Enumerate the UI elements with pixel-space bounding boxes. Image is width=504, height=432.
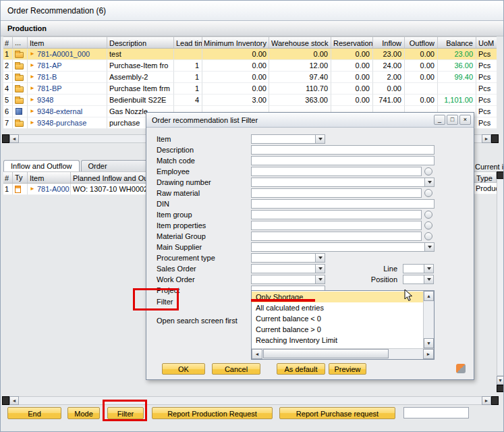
din-field[interactable]	[251, 199, 435, 209]
end-button[interactable]: End	[7, 407, 61, 419]
preview-button[interactable]: Preview	[329, 363, 366, 375]
material-group-field[interactable]	[251, 232, 422, 241]
column-header[interactable]: Lead time	[174, 37, 202, 48]
combo-arrow-icon[interactable]	[315, 135, 325, 143]
link-arrow-icon[interactable]: ►	[30, 85, 35, 91]
column-header[interactable]: Item	[28, 172, 71, 183]
filter-option[interactable]: Current balance < 0	[252, 313, 423, 324]
link-arrow-icon[interactable]: ►	[30, 119, 35, 126]
combo-arrow-icon[interactable]	[424, 178, 434, 186]
sales-order-field[interactable]	[251, 264, 325, 273]
scroll-track[interactable]	[262, 349, 423, 359]
ok-button[interactable]: OK	[162, 363, 205, 375]
item-code[interactable]: 781-AP	[37, 61, 62, 70]
splitter-handle[interactable]	[2, 396, 9, 405]
close-icon[interactable]: ×	[459, 115, 471, 125]
tab-inflow-and-outflow[interactable]: Inflow and Outflow	[3, 160, 80, 171]
mode-button[interactable]: Mode	[67, 407, 100, 419]
combo-arrow-icon[interactable]	[315, 265, 325, 273]
splitter-handle[interactable]	[497, 171, 504, 179]
detail-hscrollbar[interactable]: ◄ ►	[2, 396, 499, 405]
item-code[interactable]: 781-B	[37, 73, 57, 81]
footer-input[interactable]	[403, 407, 469, 418]
link-arrow-icon[interactable]: ►	[30, 97, 35, 103]
dropdown-hscrollbar[interactable]: ◄ ►	[252, 348, 434, 359]
choose-from-list-icon[interactable]	[424, 211, 432, 219]
combo-arrow-icon[interactable]	[424, 275, 433, 284]
report-purchase-request-button[interactable]: Report Purchase request	[279, 407, 395, 419]
column-header[interactable]: Description	[107, 37, 174, 48]
scroll-down-icon[interactable]: ▼	[497, 376, 504, 385]
scroll-track[interactable]	[19, 396, 482, 405]
scroll-right-icon[interactable]: ►	[482, 134, 491, 143]
splitter-handle[interactable]	[2, 134, 9, 143]
as-default-button[interactable]: As default	[277, 363, 325, 375]
scroll-right-icon[interactable]: ►	[423, 349, 434, 359]
item-code[interactable]: 9348-external	[37, 107, 82, 115]
column-header[interactable]: Warehouse stock	[269, 37, 331, 48]
item-group-field[interactable]	[251, 210, 422, 219]
column-header-type[interactable]: Type	[474, 171, 497, 183]
scroll-up-icon[interactable]: ▲	[424, 291, 434, 301]
choose-from-list-icon[interactable]	[424, 221, 432, 230]
position-field[interactable]	[403, 275, 434, 284]
raw-material-field[interactable]	[251, 188, 422, 198]
table-row[interactable]: 5►9348Bedienbuilt S22E43.00363.000.00741…	[3, 94, 497, 106]
column-header[interactable]: UoM	[476, 37, 497, 48]
table-row[interactable]: 1►781-A0001_000test0.000.000.0023.000.00…	[3, 49, 497, 60]
column-header[interactable]: Reservation	[331, 37, 373, 48]
link-arrow-icon[interactable]: ►	[30, 108, 35, 114]
tab-order[interactable]: Order	[81, 160, 148, 171]
splitter-handle[interactable]	[497, 385, 504, 392]
drawing-number-field[interactable]	[251, 178, 435, 187]
scroll-left-icon[interactable]: ◄	[252, 349, 262, 359]
dialog-titlebar[interactable]: Order recommendation list Filter _ □ ×	[146, 113, 474, 128]
choose-from-list-icon[interactable]	[424, 232, 432, 240]
link-arrow-icon[interactable]: ►	[30, 62, 35, 68]
choose-from-list-icon[interactable]	[424, 189, 432, 197]
scroll-left-icon[interactable]: ◄	[9, 396, 19, 405]
column-header[interactable]: #	[3, 37, 13, 48]
column-header[interactable]: Balance	[438, 37, 476, 48]
filter-option[interactable]: Reaching Inventory Limit	[252, 335, 423, 346]
work-order-field[interactable]	[251, 275, 325, 284]
filter-option[interactable]: Current balance > 0	[252, 324, 423, 335]
description-field[interactable]	[251, 145, 435, 155]
scroll-thumb[interactable]	[263, 349, 389, 358]
combo-arrow-icon[interactable]	[424, 265, 433, 273]
scroll-down-icon[interactable]: ▼	[424, 338, 434, 348]
scroll-left-icon[interactable]: ◄	[9, 134, 19, 143]
cancel-button[interactable]: Cancel	[212, 363, 260, 375]
detail-vscrollbar[interactable]: ▼	[497, 171, 504, 392]
item-code[interactable]: 781-A0001_000	[37, 50, 90, 58]
filter-option[interactable]: All calculated entries	[252, 302, 423, 313]
match-code-field[interactable]	[251, 156, 435, 165]
scroll-track[interactable]	[424, 301, 434, 338]
combo-arrow-icon[interactable]	[315, 275, 325, 284]
report-production-request-button[interactable]: Report Production Request	[152, 407, 273, 419]
line-field[interactable]	[403, 264, 434, 273]
table-row[interactable]: 2►781-APPurchase-Item fro10.0012.000.002…	[3, 60, 497, 72]
link-arrow-icon[interactable]: ►	[30, 186, 35, 192]
choose-from-list-icon[interactable]	[424, 167, 432, 176]
column-header[interactable]: Minimum Inventory	[202, 37, 269, 48]
column-header[interactable]: Outflow	[405, 37, 438, 48]
dropdown-vscrollbar[interactable]: ▲ ▼	[423, 291, 434, 348]
combo-arrow-icon[interactable]	[315, 254, 325, 262]
table-row[interactable]: 4►781-BPPurchase Item frm10.00110.700.00…	[3, 83, 497, 94]
item-code[interactable]: 9348	[37, 96, 53, 104]
item-properties-field[interactable]	[251, 221, 422, 230]
main-supplier-field[interactable]	[251, 242, 435, 252]
maximize-icon[interactable]: □	[447, 115, 458, 125]
procurement-type-field[interactable]	[251, 253, 325, 263]
item-code[interactable]: 781-BP	[37, 84, 62, 92]
form-settings-icon[interactable]	[456, 364, 466, 373]
combo-arrow-icon[interactable]	[424, 243, 434, 251]
splitter-handle[interactable]	[491, 134, 499, 143]
splitter-handle[interactable]	[491, 396, 499, 405]
item-code[interactable]: 9348-purchase	[37, 119, 86, 127]
scroll-right-icon[interactable]: ►	[482, 396, 491, 405]
employee-field[interactable]	[251, 167, 422, 176]
table-row[interactable]: 3►781-BAssembly-210.0097.400.002.000.009…	[3, 72, 497, 83]
column-header[interactable]: #	[3, 172, 13, 183]
